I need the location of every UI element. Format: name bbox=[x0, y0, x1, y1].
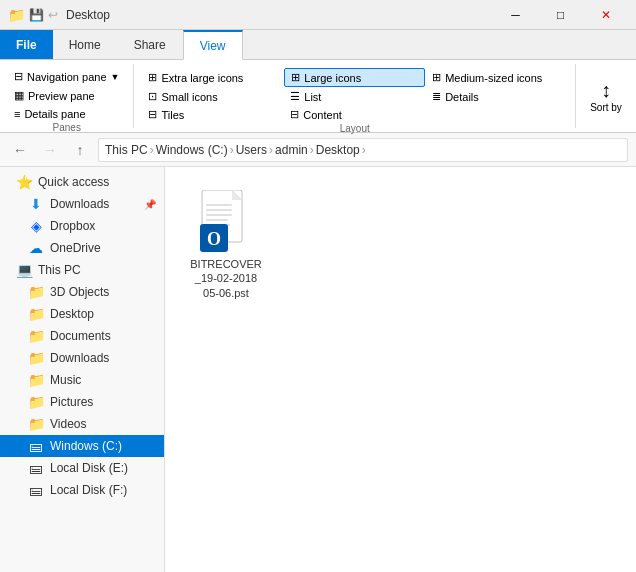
sidebar-item-3d-objects[interactable]: 📁 3D Objects bbox=[0, 281, 164, 303]
maximize-button[interactable]: □ bbox=[538, 0, 583, 30]
dropbox-icon: ◈ bbox=[28, 218, 44, 234]
sidebar-label-pictures: Pictures bbox=[50, 395, 93, 409]
content-icon: ⊟ bbox=[290, 108, 299, 121]
sidebar-item-dropbox[interactable]: ◈ Dropbox bbox=[0, 215, 164, 237]
sidebar-label-videos: Videos bbox=[50, 417, 86, 431]
panes-group-label: Panes bbox=[8, 122, 125, 133]
preview-pane-button[interactable]: ▦ Preview pane bbox=[8, 87, 125, 104]
details-pane-button[interactable]: ≡ Details pane bbox=[8, 106, 125, 122]
sidebar-label-local-disk-f: Local Disk (F:) bbox=[50, 483, 127, 497]
sidebar-item-downloads2[interactable]: 📁 Downloads bbox=[0, 347, 164, 369]
layout-group: ⊞ Extra large icons ⊞ Large icons ⊞ Medi… bbox=[134, 64, 576, 128]
sidebar-label-3d-objects: 3D Objects bbox=[50, 285, 109, 299]
save-icon: 💾 bbox=[29, 8, 44, 22]
tab-share[interactable]: Share bbox=[118, 30, 183, 59]
forward-button[interactable]: → bbox=[38, 138, 62, 162]
desktop-icon: 📁 bbox=[28, 306, 44, 322]
large-icons-button[interactable]: ⊞ Large icons bbox=[284, 68, 425, 87]
videos-icon: 📁 bbox=[28, 416, 44, 432]
sort-icon: ↕ bbox=[601, 79, 611, 102]
svg-rect-4 bbox=[206, 209, 232, 211]
sidebar-label-local-disk-e: Local Disk (E:) bbox=[50, 461, 128, 475]
close-button[interactable]: ✕ bbox=[583, 0, 628, 30]
sidebar-label-downloads2: Downloads bbox=[50, 351, 109, 365]
svg-rect-6 bbox=[206, 219, 228, 221]
path-admin: admin bbox=[275, 143, 308, 157]
path-desktop: Desktop bbox=[316, 143, 360, 157]
sidebar-label-desktop: Desktop bbox=[50, 307, 94, 321]
sidebar-item-windows-c[interactable]: 🖴 Windows (C:) bbox=[0, 435, 164, 457]
svg-rect-3 bbox=[206, 204, 232, 206]
main-area: ⭐ Quick access ⬇ Downloads 📌 ◈ Dropbox ☁… bbox=[0, 167, 636, 572]
undo-icon: ↩ bbox=[48, 8, 58, 22]
window-title: Desktop bbox=[66, 8, 110, 22]
ribbon-content: ⊟ Navigation pane ▼ ▦ Preview pane ≡ Det… bbox=[0, 60, 636, 132]
pictures-icon: 📁 bbox=[28, 394, 44, 410]
pin-icon: 📌 bbox=[144, 199, 156, 210]
sidebar-label-dropbox: Dropbox bbox=[50, 219, 95, 233]
ribbon: File Home Share View ⊟ Navigation pane ▼… bbox=[0, 30, 636, 133]
sidebar-item-downloads[interactable]: ⬇ Downloads 📌 bbox=[0, 193, 164, 215]
back-button[interactable]: ← bbox=[8, 138, 32, 162]
sidebar-label-downloads: Downloads bbox=[50, 197, 109, 211]
local-disk-e-icon: 🖴 bbox=[28, 460, 44, 476]
sidebar-item-quick-access[interactable]: ⭐ Quick access bbox=[0, 171, 164, 193]
sidebar-item-music[interactable]: 📁 Music bbox=[0, 369, 164, 391]
downloads-icon: ⬇ bbox=[28, 196, 44, 212]
small-icon: ⊡ bbox=[148, 90, 157, 103]
medium-sized-icons-button[interactable]: ⊞ Medium-sized icons bbox=[426, 68, 567, 87]
sidebar-item-local-disk-e[interactable]: 🖴 Local Disk (E:) bbox=[0, 457, 164, 479]
quick-access-icon: ⭐ bbox=[16, 174, 32, 190]
svg-rect-5 bbox=[206, 214, 232, 216]
file-item-pst[interactable]: O BITRECOVER_19-02-2018 05-06.pst bbox=[181, 183, 271, 308]
sidebar-item-local-disk-f[interactable]: 🖴 Local Disk (F:) bbox=[0, 479, 164, 501]
sidebar-item-videos[interactable]: 📁 Videos bbox=[0, 413, 164, 435]
extra-large-icons-button[interactable]: ⊞ Extra large icons bbox=[142, 68, 283, 87]
sort-group: ↕ Sort by bbox=[576, 64, 636, 128]
details-icon: ≡ bbox=[14, 108, 20, 120]
navigation-pane-button[interactable]: ⊟ Navigation pane ▼ bbox=[8, 68, 125, 85]
details-button[interactable]: ≣ Details bbox=[426, 88, 567, 105]
local-disk-f-icon: 🖴 bbox=[28, 482, 44, 498]
tab-home[interactable]: Home bbox=[53, 30, 118, 59]
tab-view[interactable]: View bbox=[183, 30, 243, 60]
address-bar: ← → ↑ This PC › Windows (C:) › Users › a… bbox=[0, 133, 636, 167]
sidebar-item-pictures[interactable]: 📁 Pictures bbox=[0, 391, 164, 413]
extra-large-icon: ⊞ bbox=[148, 71, 157, 84]
nav-pane-icon: ⊟ bbox=[14, 70, 23, 83]
sidebar-item-this-pc[interactable]: 💻 This PC bbox=[0, 259, 164, 281]
sidebar-item-onedrive[interactable]: ☁ OneDrive bbox=[0, 237, 164, 259]
path-this-pc: This PC bbox=[105, 143, 148, 157]
dropdown-arrow-icon: ▼ bbox=[111, 72, 120, 82]
sidebar-item-desktop[interactable]: 📁 Desktop bbox=[0, 303, 164, 325]
details-list-icon: ≣ bbox=[432, 90, 441, 103]
content-area: O BITRECOVER_19-02-2018 05-06.pst bbox=[165, 167, 636, 572]
address-path[interactable]: This PC › Windows (C:) › Users › admin ›… bbox=[98, 138, 628, 162]
folder-icon: 📁 bbox=[8, 7, 25, 23]
sort-by-button[interactable]: ↕ Sort by bbox=[586, 68, 626, 124]
pst-file-icon: O bbox=[196, 191, 256, 251]
minimize-button[interactable]: ─ bbox=[493, 0, 538, 30]
sidebar-label-quick-access: Quick access bbox=[38, 175, 109, 189]
sidebar-item-documents[interactable]: 📁 Documents bbox=[0, 325, 164, 347]
this-pc-icon: 💻 bbox=[16, 262, 32, 278]
path-users: Users bbox=[236, 143, 267, 157]
content-button[interactable]: ⊟ Content bbox=[284, 106, 425, 123]
pst-file-name: BITRECOVER_19-02-2018 05-06.pst bbox=[189, 257, 263, 300]
panes-group: ⊟ Navigation pane ▼ ▦ Preview pane ≡ Det… bbox=[0, 64, 134, 128]
pst-icon-svg: O bbox=[200, 190, 252, 252]
sidebar-label-documents: Documents bbox=[50, 329, 111, 343]
path-windows-c: Windows (C:) bbox=[156, 143, 228, 157]
layout-group-label: Layout bbox=[142, 123, 567, 134]
sidebar-label-windows-c: Windows (C:) bbox=[50, 439, 122, 453]
list-icon: ☰ bbox=[290, 90, 300, 103]
tiles-button[interactable]: ⊟ Tiles bbox=[142, 106, 283, 123]
panes-buttons: ⊟ Navigation pane ▼ ▦ Preview pane ≡ Det… bbox=[8, 68, 125, 122]
up-button[interactable]: ↑ bbox=[68, 138, 92, 162]
windows-c-icon: 🖴 bbox=[28, 438, 44, 454]
small-icons-button[interactable]: ⊡ Small icons bbox=[142, 88, 283, 105]
list-button[interactable]: ☰ List bbox=[284, 88, 425, 105]
layout-options: ⊞ Extra large icons ⊞ Large icons ⊞ Medi… bbox=[142, 68, 567, 123]
tab-file[interactable]: File bbox=[0, 30, 53, 59]
svg-text:O: O bbox=[207, 229, 221, 249]
